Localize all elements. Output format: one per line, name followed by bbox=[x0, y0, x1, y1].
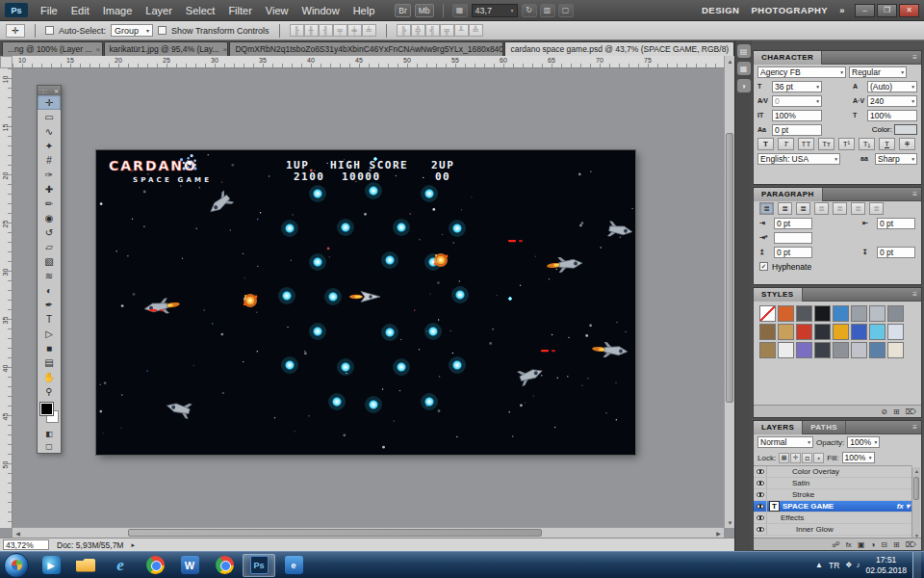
tab-character[interactable]: CHARACTER bbox=[754, 51, 822, 65]
style-swatch-14[interactable] bbox=[869, 324, 886, 340]
menu-filter[interactable]: Filter bbox=[221, 3, 258, 18]
scrollbar-thumb[interactable] bbox=[128, 529, 542, 537]
style-swatch-20[interactable] bbox=[833, 342, 849, 358]
faux-style-button-6[interactable]: T bbox=[879, 138, 895, 150]
workspace-design[interactable]: DESIGN bbox=[702, 5, 739, 15]
align-button-0[interactable]: ≣ bbox=[759, 202, 774, 215]
layer-row[interactable]: Inner Glow bbox=[754, 524, 912, 536]
pen-tool[interactable]: ✒ bbox=[38, 298, 61, 312]
panel-menu-icon[interactable]: ≡ bbox=[912, 190, 917, 198]
tab-layers[interactable]: LAYERS bbox=[754, 421, 803, 434]
quick-mask-icon[interactable]: ◧ bbox=[38, 428, 61, 440]
dodge-tool[interactable]: ◐ bbox=[38, 283, 61, 298]
layer-style-icon[interactable]: fx bbox=[846, 540, 852, 549]
style-swatch-3[interactable] bbox=[814, 305, 831, 322]
blur-tool[interactable]: ≋ bbox=[38, 269, 61, 283]
move-tool-icon[interactable]: ✛ bbox=[6, 24, 25, 38]
align-button-1[interactable]: ≣ bbox=[778, 202, 792, 215]
style-swatch-18[interactable] bbox=[796, 342, 812, 358]
layer-row[interactable]: Effects bbox=[754, 512, 912, 524]
taskbar-icon-photoshop[interactable]: Ps bbox=[243, 554, 275, 577]
layer-row[interactable]: Color Overlay bbox=[754, 466, 912, 478]
style-swatch-12[interactable] bbox=[833, 324, 849, 340]
restore-button[interactable]: ❐ bbox=[877, 4, 897, 17]
space-after-field[interactable]: 0 pt bbox=[877, 247, 915, 258]
menu-layer[interactable]: Layer bbox=[139, 3, 179, 18]
menu-window[interactable]: Window bbox=[295, 3, 346, 18]
vertical-scale-field[interactable]: 100% bbox=[772, 110, 822, 121]
type-tool[interactable]: T bbox=[38, 312, 61, 327]
rotate-view-icon[interactable]: ↻ bbox=[522, 4, 537, 17]
vertical-ruler[interactable]: 101520253035404550 bbox=[0, 68, 13, 528]
menu-edit[interactable]: Edit bbox=[64, 3, 96, 18]
faux-style-button-7[interactable]: T bbox=[899, 138, 915, 150]
zoom-spinner-icon[interactable]: ▾ bbox=[511, 7, 514, 13]
text-color-swatch[interactable] bbox=[894, 124, 917, 135]
antialias-select[interactable]: Sharp▾ bbox=[875, 153, 917, 165]
view-extras-icon[interactable]: ▦ bbox=[452, 4, 468, 17]
style-swatch-21[interactable] bbox=[851, 342, 867, 358]
workspace-photography[interactable]: PHOTOGRAPHY bbox=[751, 5, 828, 15]
show-desktop-button[interactable] bbox=[912, 552, 921, 578]
horizontal-ruler[interactable]: 1015202530354045505560657075 bbox=[13, 56, 724, 68]
quick-selection-tool[interactable]: ✦ bbox=[38, 139, 61, 153]
new-style-icon[interactable]: ⊞ bbox=[893, 407, 900, 416]
lock-icon-1[interactable]: ✛ bbox=[790, 453, 801, 463]
style-swatch-23[interactable] bbox=[887, 342, 904, 358]
font-size-field[interactable]: 36 pt▾ bbox=[772, 81, 822, 92]
tab-close-icon[interactable]: × bbox=[96, 45, 101, 54]
start-button[interactable] bbox=[4, 553, 29, 578]
style-swatch-0[interactable] bbox=[759, 305, 776, 322]
menu-image[interactable]: Image bbox=[96, 3, 140, 18]
first-line-indent-field[interactable] bbox=[774, 232, 812, 244]
indent-left-field[interactable]: 0 pt bbox=[774, 218, 812, 229]
bridge-icon[interactable]: Br bbox=[395, 4, 411, 17]
style-swatch-10[interactable] bbox=[796, 324, 812, 340]
eraser-tool[interactable]: ▱ bbox=[38, 240, 61, 254]
brush-tool[interactable]: ✏ bbox=[38, 197, 61, 211]
kerning-field[interactable]: 0▾ bbox=[772, 95, 822, 107]
taskbar-icon-blue-app[interactable]: e bbox=[277, 554, 310, 577]
path-selection-tool[interactable]: ▷ bbox=[38, 327, 61, 341]
eyedropper-tool[interactable]: ✑ bbox=[38, 168, 61, 182]
language-select[interactable]: English: USA▾ bbox=[757, 153, 840, 165]
style-swatch-8[interactable] bbox=[759, 324, 776, 340]
taskbar-icon-internet-explorer[interactable]: e bbox=[104, 554, 137, 577]
indent-right-field[interactable]: 0 pt bbox=[877, 218, 915, 229]
horizontal-scrollbar[interactable]: ◀ ▶ bbox=[13, 527, 724, 538]
taskbar-icon-chrome-2[interactable] bbox=[208, 554, 241, 577]
style-swatch-13[interactable] bbox=[851, 324, 867, 340]
status-zoom-field[interactable]: 43,72% bbox=[3, 539, 49, 550]
auto-select-dropdown[interactable]: Group▾ bbox=[111, 24, 153, 37]
auto-select-checkbox[interactable] bbox=[45, 26, 54, 35]
visibility-toggle[interactable] bbox=[754, 512, 767, 523]
delete-style-icon[interactable]: ⌦ bbox=[906, 407, 916, 416]
arrange-documents-icon[interactable]: ▥ bbox=[540, 4, 555, 17]
foreground-color-swatch[interactable] bbox=[40, 403, 53, 415]
faux-style-button-4[interactable]: T¹ bbox=[838, 138, 855, 150]
horizontal-scale-field[interactable]: 100% bbox=[867, 110, 917, 121]
language-indicator[interactable]: TR bbox=[829, 561, 839, 570]
font-style-select[interactable]: Regular▾ bbox=[849, 66, 907, 78]
style-swatch-2[interactable] bbox=[796, 305, 812, 322]
align-icon-2[interactable]: ╢ bbox=[319, 24, 333, 37]
distribute-icon-4[interactable]: ╨ bbox=[454, 24, 469, 37]
clone-stamp-tool[interactable]: ◉ bbox=[38, 211, 61, 225]
shape-tool[interactable]: ■ bbox=[38, 341, 61, 355]
delete-layer-icon[interactable]: ⌦ bbox=[906, 540, 916, 549]
align-button-3[interactable]: ≣ bbox=[814, 202, 829, 215]
visibility-toggle[interactable] bbox=[754, 466, 767, 477]
visibility-toggle[interactable] bbox=[754, 501, 767, 512]
align-button-2[interactable]: ≣ bbox=[796, 202, 810, 215]
layer-row[interactable]: Stroke bbox=[754, 489, 912, 501]
layer-row[interactable]: TSPACE GAMEfx ▾ bbox=[754, 501, 912, 512]
status-options-icon[interactable]: ▸ bbox=[131, 541, 135, 549]
document-tab[interactable]: DQmXRbN2q1tsboZo6S31y4bXbinC46YxFnCNAwNw… bbox=[229, 41, 503, 56]
gradient-tool[interactable]: ▧ bbox=[38, 254, 61, 269]
align-button-4[interactable]: ≣ bbox=[833, 202, 847, 215]
style-swatch-15[interactable] bbox=[887, 324, 904, 340]
document-tab[interactable]: ...ng @ 100% (Layer ...× bbox=[2, 41, 103, 56]
tracking-field[interactable]: 240▾ bbox=[867, 95, 917, 107]
align-icon-3[interactable]: ╤ bbox=[333, 24, 347, 37]
screen-mode-icon[interactable]: ▢ bbox=[558, 4, 574, 17]
